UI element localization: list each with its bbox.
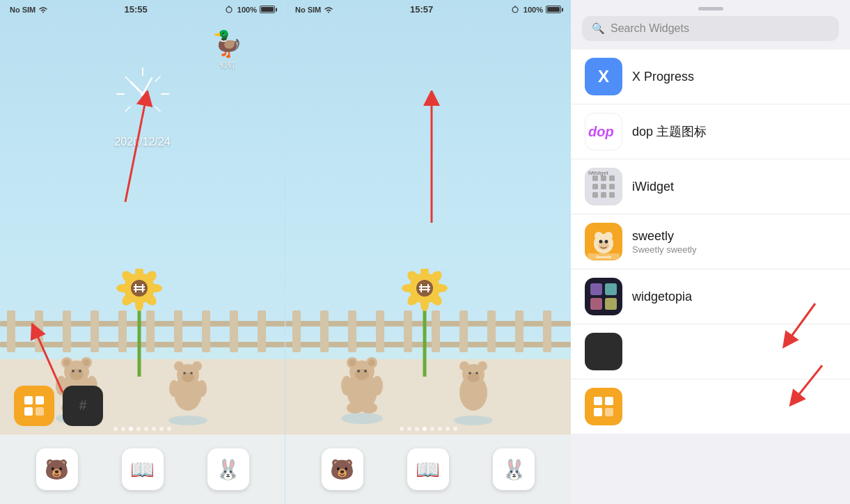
svg-rect-134 [609, 184, 615, 189]
svg-rect-66 [24, 396, 33, 404]
svg-rect-131 [609, 175, 615, 181]
left-time: 15:55 [124, 4, 147, 15]
svg-point-12 [141, 92, 145, 96]
svg-point-47 [83, 359, 90, 366]
widget-panel: 🔍 Search Widgets X X Progress dop dop 主题… [571, 0, 850, 504]
sweetly-bear: Sweetly [585, 223, 622, 260]
carrier-label-right: No SIM [295, 6, 321, 14]
wifi-icon-right [324, 6, 333, 13]
xprogress-name: X Progress [632, 70, 694, 84]
widget-item-blackapp[interactable] [571, 324, 850, 379]
svg-rect-87 [543, 310, 551, 352]
widget-item-xprogress[interactable]: X X Progress [571, 49, 850, 104]
svg-rect-137 [609, 192, 615, 198]
svg-point-48 [70, 369, 84, 380]
black-app-icon[interactable]: # [63, 386, 103, 426]
svg-rect-83 [432, 310, 440, 352]
rdock-icon-1[interactable]: 🐻 [322, 448, 363, 490]
black-app-widget-icon [585, 333, 622, 370]
svg-point-57 [174, 361, 184, 371]
svg-line-7 [155, 77, 160, 81]
svg-rect-67 [36, 396, 44, 404]
battery-icon-left [260, 6, 275, 13]
svg-point-124 [341, 413, 383, 424]
svg-rect-16 [7, 310, 15, 352]
iwidget-icon: iWidget [585, 168, 622, 205]
svg-rect-146 [590, 283, 602, 295]
rdot-8 [453, 427, 457, 431]
status-left: No SIM [10, 6, 48, 14]
svg-point-0 [226, 7, 232, 13]
xprogress-icon: X [585, 58, 622, 95]
svg-rect-133 [601, 184, 606, 189]
dot-6 [152, 427, 156, 431]
widget-list: X X Progress dop dop 主题图标 [571, 49, 850, 504]
svg-rect-135 [592, 192, 598, 198]
x-icon: X [591, 64, 616, 89]
widget-item-sweetly[interactable]: Sweetly sweetly Sweetly sweetly [571, 214, 850, 269]
orange-sq-widget-icon [585, 388, 622, 425]
orange-app-icon[interactable] [14, 386, 54, 426]
svg-point-93 [420, 297, 429, 311]
svg-rect-20 [118, 310, 127, 352]
widget-item-orangeapp[interactable] [571, 379, 850, 434]
svg-point-123 [475, 372, 478, 375]
left-status-bar: No SIM 15:55 100% [0, 0, 285, 17]
widget-item-widgetopia[interactable]: widgetopia [571, 269, 850, 324]
sweetly-icon: Sweetly [585, 223, 622, 260]
dot-7 [159, 427, 164, 431]
right-phone-screen: No SIM 15:57 100% [285, 0, 571, 504]
svg-rect-81 [376, 310, 384, 352]
svg-point-73 [512, 7, 518, 13]
svg-point-143 [605, 240, 608, 244]
dock-icon-3[interactable]: 🐰 [207, 448, 249, 490]
svg-point-119 [459, 361, 469, 371]
dop-name: dop 主题图标 [632, 123, 707, 140]
widget-item-iwidget[interactable]: iWidget iWidget [571, 159, 850, 214]
svg-line-10 [131, 82, 143, 94]
clock-face [111, 63, 174, 125]
svg-point-62 [169, 380, 179, 397]
svg-point-32 [116, 284, 130, 292]
grid-icon [22, 394, 46, 418]
dock-icon-2[interactable]: 📖 [122, 448, 164, 490]
search-placeholder: Search Widgets [611, 22, 689, 35]
grid-icon-2 [592, 395, 615, 418]
rdot-4 [423, 427, 427, 431]
svg-rect-153 [594, 408, 602, 416]
rdock-icon-2[interactable]: 📖 [407, 448, 449, 490]
svg-rect-129 [592, 175, 598, 181]
svg-point-122 [469, 372, 471, 375]
location-icon-right [510, 6, 521, 14]
duck-app-icon[interactable]: 🦆 钉钉 [212, 29, 243, 70]
svg-rect-18 [63, 310, 71, 352]
svg-rect-148 [590, 298, 602, 310]
svg-point-91 [416, 280, 433, 297]
dot-4 [136, 427, 141, 431]
svg-point-113 [341, 376, 352, 395]
svg-point-116 [361, 402, 377, 414]
widget-item-dop[interactable]: dop dop 主题图标 [571, 104, 850, 159]
battery-pct-right: 100% [524, 6, 543, 14]
search-bar[interactable]: 🔍 Search Widgets [582, 16, 839, 41]
svg-rect-130 [601, 175, 606, 181]
svg-point-94 [402, 284, 416, 292]
battery-icon-right [546, 6, 561, 13]
svg-rect-17 [35, 310, 43, 352]
rdock-icon-3[interactable]: 🐰 [493, 448, 535, 490]
panel-handle [698, 7, 723, 10]
dock-icon-1[interactable]: 🐻 [36, 448, 78, 490]
svg-rect-24 [230, 310, 238, 352]
dop-icon: dop [585, 113, 622, 150]
date-text: 2020/12/24 [114, 136, 170, 148]
sweetly-subtitle: Sweetly sweetly [632, 244, 696, 255]
svg-rect-154 [605, 408, 613, 416]
svg-line-11 [143, 78, 152, 94]
dot-5 [144, 427, 148, 431]
svg-point-140 [604, 232, 613, 240]
iwidget-label: iWidget [588, 170, 608, 176]
analog-clock [111, 63, 174, 128]
left-page-dots [0, 427, 285, 431]
svg-rect-85 [487, 310, 496, 352]
svg-rect-22 [174, 310, 182, 352]
